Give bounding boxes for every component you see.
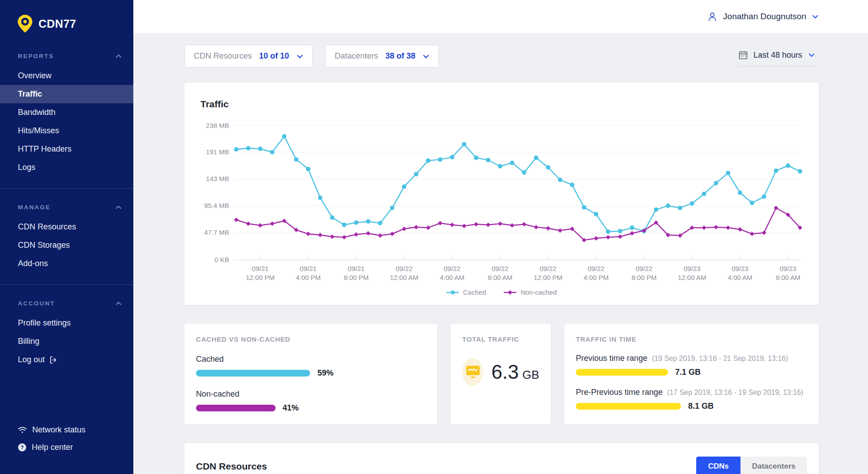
pre-previous-range-dates: (17 Sep 2019, 13:16 - 19 Sep 2019, 13:16… — [667, 389, 803, 397]
previous-range-label: Previous time range — [576, 354, 647, 363]
user-menu[interactable]: Jonathan Dougnutson — [707, 11, 819, 22]
svg-text:4:00 PM: 4:00 PM — [296, 274, 321, 281]
traffic-chart-card: Traffic 238 MB191 MB143 MB95.4 MB47.7 MB… — [184, 83, 819, 305]
svg-text:09/21: 09/21 — [300, 265, 317, 272]
legend-label: Non-cached — [520, 288, 557, 296]
cdn-resources-card: CDN Resources CDNs Datacenters CDN LABEL… — [184, 443, 819, 474]
map-pin-icon — [17, 14, 33, 33]
brand-logo[interactable]: CDN77 — [0, 0, 133, 38]
chevron-down-icon — [808, 51, 815, 59]
cached-series-swatch — [447, 290, 459, 295]
sidebar-footer: Network status ? Help center — [0, 421, 133, 474]
svg-text:09/22: 09/22 — [636, 265, 653, 272]
filter-label: CDN Resources — [194, 51, 252, 61]
total-traffic-unit: GB — [522, 368, 539, 381]
filter-label: Datacenters — [335, 51, 378, 61]
sidebar-section-account: ACCOUNT Profile settings Billing Log out — [0, 300, 133, 369]
chevron-down-icon — [812, 13, 819, 20]
filter-value: 10 of 10 — [259, 51, 289, 61]
help-center-link[interactable]: ? Help center — [18, 439, 133, 456]
sidebar-item-add-ons[interactable]: Add-ons — [0, 254, 133, 273]
sidebar-item-label: Overview — [18, 71, 51, 80]
sidebar-item-log-out[interactable]: Log out — [0, 351, 133, 369]
chart-legend: Cached Non-cached — [200, 288, 803, 296]
section-label: MANAGE — [18, 204, 51, 211]
noncached-label: Non-cached — [196, 389, 425, 399]
sidebar-item-logs[interactable]: Logs — [0, 158, 133, 177]
sidebar-item-cdn-storages[interactable]: CDN Storages — [0, 236, 133, 254]
sidebar-item-label: Add-ons — [18, 259, 48, 268]
previous-range-value: 7.1 GB — [675, 368, 701, 377]
sidebar-item-label: CDN Resources — [18, 222, 76, 232]
svg-text:12:00 AM: 12:00 AM — [390, 274, 418, 281]
chevron-up-icon[interactable] — [115, 53, 122, 59]
user-icon — [707, 11, 718, 22]
svg-text:238 MB: 238 MB — [206, 122, 229, 129]
svg-text:09/21: 09/21 — [348, 265, 365, 272]
sidebar-item-traffic[interactable]: Traffic — [0, 85, 133, 103]
cached-percent: 59% — [317, 368, 333, 378]
svg-text:09/23: 09/23 — [779, 265, 796, 272]
sidebar-item-billing[interactable]: Billing — [0, 332, 133, 351]
cdn-datacenter-toggle: CDNs Datacenters — [696, 457, 807, 474]
section-label: ACCOUNT — [18, 300, 55, 307]
traffic-monitor-icon — [462, 358, 483, 386]
sidebar-item-profile-settings[interactable]: Profile settings — [0, 314, 133, 332]
sidebar-divider — [0, 188, 133, 189]
logout-icon — [49, 356, 57, 364]
total-traffic-value: 6.3 — [491, 361, 519, 383]
pre-previous-range-label: Pre-Previous time range — [576, 388, 663, 397]
sidebar-item-bandwidth[interactable]: Bandwidth — [0, 103, 133, 122]
chevron-up-icon[interactable] — [115, 300, 122, 307]
svg-text:?: ? — [21, 444, 24, 451]
svg-text:8:00 AM: 8:00 AM — [776, 274, 800, 281]
main-area: Jonathan Dougnutson CDN Resources 10 of … — [133, 0, 868, 474]
svg-text:12:00 PM: 12:00 PM — [246, 274, 275, 281]
svg-text:09/22: 09/22 — [540, 265, 557, 272]
cached-vs-noncached-card: CACHED VS NON-CACHED Cached 59% Non-cach… — [184, 324, 437, 424]
svg-text:8:00 PM: 8:00 PM — [632, 274, 657, 281]
svg-text:143 MB: 143 MB — [206, 175, 229, 182]
top-header: Jonathan Dougnutson — [133, 0, 868, 33]
datacenters-filter[interactable]: Datacenters 38 of 38 — [325, 45, 439, 68]
sidebar-item-cdn-resources[interactable]: CDN Resources — [0, 218, 133, 236]
non-cached-series-swatch — [504, 290, 516, 295]
sidebar-item-overview[interactable]: Overview — [0, 67, 133, 85]
brand-name: CDN77 — [38, 17, 76, 30]
cdn-resources-filter[interactable]: CDN Resources 10 of 10 — [184, 45, 313, 68]
time-range-selector[interactable]: Last 48 hours — [737, 46, 819, 67]
cached-label: Cached — [196, 355, 425, 364]
footer-link-label: Help center — [32, 443, 73, 452]
svg-text:09/23: 09/23 — [732, 265, 749, 272]
svg-text:8:00 PM: 8:00 PM — [344, 274, 369, 281]
legend-label: Cached — [463, 288, 486, 296]
total-traffic-card: TOTAL TRAFFIC 6.3GB — [451, 324, 551, 424]
sidebar-item-label: HTTP Headers — [18, 144, 72, 154]
sidebar-item-label: Logs — [18, 163, 35, 172]
svg-text:12:00 AM: 12:00 AM — [678, 274, 706, 281]
datacenters-toggle-button[interactable]: Datacenters — [740, 457, 807, 474]
legend-item-non-cached[interactable]: Non-cached — [504, 288, 557, 296]
traffic-in-time-card: TRAFFIC IN TIME Previous time range (19 … — [564, 324, 819, 424]
chart-title: Traffic — [200, 99, 803, 110]
svg-text:191 MB: 191 MB — [206, 148, 229, 156]
cdns-toggle-button[interactable]: CDNs — [696, 457, 740, 474]
cdn-resources-title: CDN Resources — [196, 461, 267, 472]
sidebar-item-hits-misses[interactable]: Hits/Misses — [0, 122, 133, 140]
card-title: TOTAL TRAFFIC — [462, 335, 539, 343]
sidebar-item-label: Profile settings — [18, 318, 71, 328]
sidebar-item-label: Bandwidth — [18, 108, 55, 117]
svg-text:4:00 AM: 4:00 AM — [440, 274, 464, 281]
content: CDN Resources 10 of 10 Datacenters 38 of… — [133, 33, 868, 474]
sidebar-section-manage: MANAGE CDN Resources CDN Storages Add-on… — [0, 204, 133, 285]
calendar-icon — [739, 51, 748, 59]
svg-text:09/22: 09/22 — [587, 265, 604, 272]
traffic-chart[interactable]: 238 MB191 MB143 MB95.4 MB47.7 MB0 KB09/2… — [200, 119, 803, 286]
sidebar-item-http-headers[interactable]: HTTP Headers — [0, 140, 133, 158]
svg-text:09/22: 09/22 — [444, 265, 461, 272]
chevron-up-icon[interactable] — [115, 204, 122, 211]
svg-text:12:00 PM: 12:00 PM — [534, 274, 562, 281]
help-icon: ? — [18, 443, 26, 452]
legend-item-cached[interactable]: Cached — [447, 288, 486, 296]
network-status-link[interactable]: Network status — [18, 421, 133, 439]
